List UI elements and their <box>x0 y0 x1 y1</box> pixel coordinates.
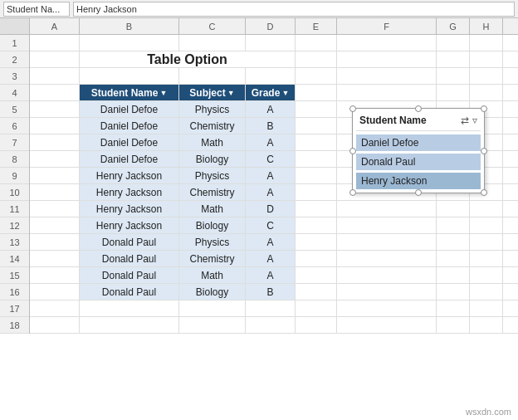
cell-g18[interactable] <box>437 317 470 333</box>
header-subject-dropdown-icon[interactable]: ▼ <box>227 89 235 97</box>
filter-icon[interactable]: ▿ <box>472 115 477 126</box>
cell-a17[interactable] <box>30 300 80 316</box>
cell-b2-title[interactable]: Table Option <box>80 51 296 67</box>
cell-g4[interactable] <box>437 85 470 100</box>
cell-b7[interactable]: Daniel Defoe <box>80 134 179 150</box>
cell-e12[interactable] <box>296 217 337 233</box>
cell-h13[interactable] <box>470 234 503 250</box>
cell-f3[interactable] <box>337 68 437 84</box>
cell-c17[interactable] <box>179 300 246 316</box>
cell-g17[interactable] <box>437 300 470 316</box>
cell-d6[interactable]: B <box>246 118 296 134</box>
cell-b6[interactable]: Daniel Defoe <box>80 118 179 134</box>
cell-a1[interactable] <box>30 35 80 51</box>
cell-a18[interactable] <box>30 317 80 333</box>
cell-f12[interactable] <box>337 217 437 233</box>
cell-e15[interactable] <box>296 267 337 283</box>
cell-a4[interactable] <box>30 85 80 100</box>
cell-c8[interactable]: Biology <box>179 151 246 167</box>
cell-b14[interactable]: Donald Paul <box>80 251 179 266</box>
cell-g14[interactable] <box>437 251 470 266</box>
table-header-grade[interactable]: Grade ▼ <box>246 85 296 100</box>
filter-option-henry[interactable]: Henry Jackson <box>356 173 481 189</box>
cell-f18[interactable] <box>337 317 437 333</box>
cell-g3[interactable] <box>437 68 470 84</box>
handle-bm[interactable] <box>415 189 422 196</box>
cell-b10[interactable]: Henry Jackson <box>80 184 179 200</box>
cell-e1[interactable] <box>296 35 337 51</box>
cell-c5[interactable]: Physics <box>179 101 246 117</box>
cell-f11[interactable] <box>337 201 437 217</box>
cell-b16[interactable]: Donald Paul <box>80 284 179 300</box>
cell-c6[interactable]: Chemistry <box>179 118 246 134</box>
cell-b11[interactable]: Henry Jackson <box>80 201 179 217</box>
header-student-dropdown-icon[interactable]: ▼ <box>159 89 167 97</box>
cell-g13[interactable] <box>437 234 470 250</box>
header-grade-dropdown-icon[interactable]: ▼ <box>281 89 289 97</box>
cell-a2[interactable] <box>30 51 80 67</box>
name-box[interactable] <box>3 2 70 17</box>
cell-d5[interactable]: A <box>246 101 296 117</box>
cell-a10[interactable] <box>30 184 80 200</box>
cell-f4[interactable] <box>337 85 437 100</box>
cell-a12[interactable] <box>30 217 80 233</box>
cell-h12[interactable] <box>470 217 503 233</box>
cell-e2[interactable] <box>296 51 337 67</box>
cell-c14[interactable]: Chemistry <box>179 251 246 266</box>
cell-a5[interactable] <box>30 101 80 117</box>
cell-c15[interactable]: Math <box>179 267 246 283</box>
cell-e4[interactable] <box>296 85 337 100</box>
cell-a8[interactable] <box>30 151 80 167</box>
cell-b12[interactable]: Henry Jackson <box>80 217 179 233</box>
cell-e5[interactable] <box>296 101 337 117</box>
cell-g12[interactable] <box>437 217 470 233</box>
cell-b15[interactable]: Donald Paul <box>80 267 179 283</box>
filter-popup[interactable]: Student Name ⇄ ▿ Daniel Defoe Donald Pau… <box>352 108 485 193</box>
cell-d9[interactable]: A <box>246 168 296 183</box>
cell-e10[interactable] <box>296 184 337 200</box>
cell-e8[interactable] <box>296 151 337 167</box>
cell-b5[interactable]: Daniel Defoe <box>80 101 179 117</box>
cell-d18[interactable] <box>246 317 296 333</box>
cell-c10[interactable]: Chemistry <box>179 184 246 200</box>
cell-h11[interactable] <box>470 201 503 217</box>
cell-d15[interactable]: A <box>246 267 296 283</box>
cell-a16[interactable] <box>30 284 80 300</box>
cell-c16[interactable]: Biology <box>179 284 246 300</box>
cell-a15[interactable] <box>30 267 80 283</box>
cell-c9[interactable]: Physics <box>179 168 246 183</box>
cell-c3[interactable] <box>179 68 246 84</box>
cell-c1[interactable] <box>179 35 246 51</box>
cell-a13[interactable] <box>30 234 80 250</box>
filter-option-daniel[interactable]: Daniel Defoe <box>356 134 481 151</box>
cell-h3[interactable] <box>470 68 503 84</box>
cell-d8[interactable]: C <box>246 151 296 167</box>
cell-g2[interactable] <box>437 51 470 67</box>
table-header-subject[interactable]: Subject ▼ <box>179 85 246 100</box>
cell-d3[interactable] <box>246 68 296 84</box>
cell-b1[interactable] <box>80 35 179 51</box>
cell-a3[interactable] <box>30 68 80 84</box>
cell-d13[interactable]: A <box>246 234 296 250</box>
cell-a14[interactable] <box>30 251 80 266</box>
cell-d10[interactable]: A <box>246 184 296 200</box>
cell-c7[interactable]: Math <box>179 134 246 150</box>
cell-b8[interactable]: Daniel Defoe <box>80 151 179 167</box>
cell-b9[interactable]: Henry Jackson <box>80 168 179 183</box>
cell-h18[interactable] <box>470 317 503 333</box>
cell-a7[interactable] <box>30 134 80 150</box>
filter-option-donald[interactable]: Donald Paul <box>356 154 481 170</box>
cell-a6[interactable] <box>30 118 80 134</box>
cell-f1[interactable] <box>337 35 437 51</box>
cell-b3[interactable] <box>80 68 179 84</box>
handle-tm[interactable] <box>415 105 422 112</box>
cell-a9[interactable] <box>30 168 80 183</box>
cell-g1[interactable] <box>437 35 470 51</box>
cell-g16[interactable] <box>437 284 470 300</box>
cell-e7[interactable] <box>296 134 337 150</box>
handle-mr[interactable] <box>481 148 487 154</box>
cell-e16[interactable] <box>296 284 337 300</box>
cell-d1[interactable] <box>246 35 296 51</box>
cell-f13[interactable] <box>337 234 437 250</box>
cell-b13[interactable]: Donald Paul <box>80 234 179 250</box>
